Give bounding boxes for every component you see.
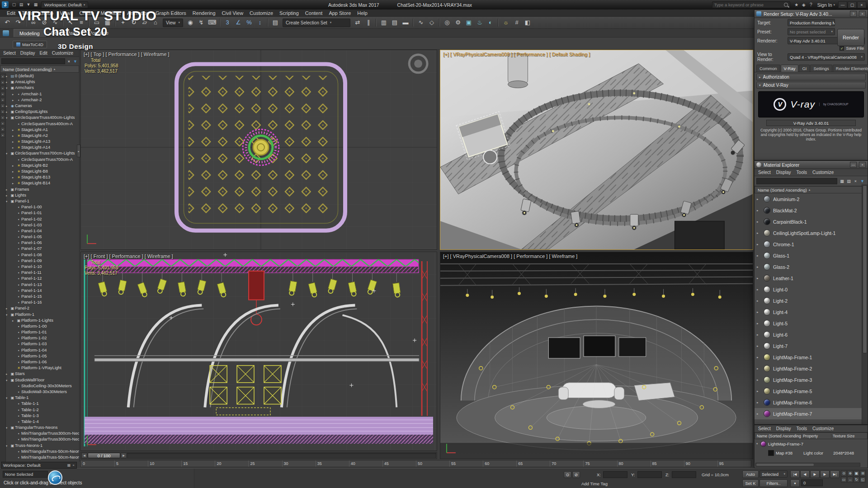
render-setup-tab[interactable]: Common	[756, 65, 780, 72]
set-key-button[interactable]: Set K	[742, 479, 759, 487]
filter-funnel-icon[interactable]: ▼	[73, 59, 78, 64]
time-slider[interactable]: ◀ 0 / 100 ▶	[80, 452, 437, 459]
scene-object-row[interactable]: Panel-1-01	[6, 210, 79, 216]
maxtoc4d-logo[interactable]	[48, 470, 62, 485]
zoom-region-icon[interactable]: ▭	[841, 477, 847, 483]
scene-object-row[interactable]: StudioWallFloor	[6, 377, 79, 383]
material-explorer-menu-item[interactable]: Tools	[794, 170, 810, 175]
scene-object-row[interactable]: Stars	[6, 371, 79, 377]
render-setup-tab[interactable]: Render Elements	[833, 65, 868, 72]
scene-object-row[interactable]: Platform-1-Lights	[6, 318, 79, 324]
scene-object-row[interactable]: StageLight-A1	[6, 127, 79, 133]
current-frame-field[interactable]: 0	[801, 479, 823, 486]
ribbon-tab[interactable]: Object Paint	[46, 29, 84, 37]
material-explorer-menu-item[interactable]: Customize	[810, 170, 836, 175]
key-mode-toggle-icon[interactable]: ●	[790, 479, 800, 487]
x-coordinate-field[interactable]	[603, 471, 627, 478]
material-list-scrollbar[interactable]	[862, 184, 868, 424]
expand-arrow-icon[interactable]	[757, 265, 761, 269]
edit-named-selection-sets-icon[interactable]: ▤	[270, 18, 281, 28]
reference-coordinate-system-dropdown[interactable]: View	[163, 19, 183, 27]
toggle-scene-explorer-icon[interactable]: ▥	[378, 18, 389, 28]
project-folder-icon[interactable]: ▦	[32, 1, 39, 8]
scene-object-row[interactable]: CircleSquareTruss700cm-A	[6, 157, 79, 163]
material-search-input[interactable]	[756, 178, 837, 184]
add-time-tag[interactable]: Add Time Tag	[581, 481, 608, 486]
scene-object-row[interactable]: StageLight-A14	[6, 145, 79, 150]
snaps-toggle-icon[interactable]: 3	[222, 18, 233, 28]
restore-button[interactable]: ▢	[848, 1, 857, 8]
menu-item[interactable]: Views	[57, 10, 76, 16]
scene-object-row[interactable]: StageLight-B13	[6, 174, 79, 180]
scene-object-row[interactable]: MiniTriangulaTruss-50cm-Neon	[6, 455, 79, 460]
expand-arrow-icon[interactable]	[6, 198, 10, 204]
scene-object-row[interactable]: StageLight-A2	[6, 133, 79, 139]
create-selection-set-dropdown[interactable]: Create Selection Set	[283, 19, 350, 27]
next-frame-button[interactable]: ▶	[121, 453, 127, 458]
align-icon[interactable]: ∥	[363, 18, 374, 28]
expand-arrow-icon[interactable]	[757, 344, 761, 348]
expand-arrow-icon[interactable]	[12, 163, 16, 169]
help-search-box[interactable]	[712, 1, 790, 8]
select-and-manipulate-icon[interactable]: ↯	[196, 18, 207, 28]
expand-arrow-icon[interactable]	[12, 133, 16, 139]
communication-center-icon[interactable]: ◈	[800, 2, 807, 7]
scene-object-row[interactable]: CeilingSpotLights	[6, 109, 79, 115]
scene-object-row[interactable]: Frames	[6, 187, 79, 192]
material-row[interactable]: Light-6	[755, 329, 868, 340]
material-explorer-menu-item[interactable]: Display	[774, 170, 794, 175]
preset-dropdown[interactable]: No preset selected	[788, 28, 835, 35]
zoom-all-icon[interactable]: ⊕	[847, 470, 853, 476]
filter-geometry-icon[interactable]: ▪	[0, 92, 5, 96]
filter-lights-icon[interactable]: ▪	[0, 103, 5, 108]
selection-lock-toggle-icon[interactable]: ⊘	[572, 471, 580, 478]
scene-object-row[interactable]: StageLight-A13	[6, 139, 79, 145]
curve-editor-icon[interactable]: ∿	[415, 18, 426, 28]
expand-arrow-icon[interactable]	[757, 333, 761, 337]
save-file-icon[interactable]: ▼	[25, 1, 32, 8]
expand-arrow-icon[interactable]	[12, 97, 16, 103]
search-icon[interactable]	[784, 3, 788, 7]
isolate-selection-toggle-icon[interactable]: ⊙	[564, 471, 571, 478]
scene-object-row[interactable]: Panel-1-13	[6, 282, 79, 288]
expand-arrow-icon[interactable]	[757, 310, 761, 314]
menu-item[interactable]: Edit	[4, 10, 19, 16]
keyboard-shortcut-override-icon[interactable]: ⌨	[207, 18, 217, 28]
scene-object-row[interactable]: Panel-1-12	[6, 276, 79, 282]
material-row[interactable]: CarpaintBlack-1	[755, 216, 868, 227]
se-find-icon[interactable]: ▪	[0, 74, 5, 79]
scene-object-row[interactable]: Panel-1-16	[6, 300, 79, 305]
expand-arrow-icon[interactable]	[6, 103, 10, 109]
scene-object-row[interactable]: Panel-1-09	[6, 258, 79, 264]
filter-groups-icon[interactable]: ▪	[0, 127, 5, 131]
list-view-icon[interactable]: ▤	[845, 179, 852, 183]
viewport-layout-tabs-handle[interactable]	[77, 145, 80, 157]
unlink-selection-icon[interactable]: ⊘	[39, 18, 50, 28]
filter-shapes-icon[interactable]: ▪	[0, 98, 5, 102]
expand-arrow-icon[interactable]	[6, 187, 10, 192]
render-setup-tab[interactable]: Settings	[810, 65, 832, 72]
scene-object-row[interactable]: StageLight-B2	[6, 163, 79, 169]
expand-arrow-icon[interactable]	[757, 322, 761, 325]
key-filters-button[interactable]: Filters..	[760, 479, 788, 487]
authorization-rollout[interactable]: Authorization	[756, 74, 866, 80]
auto-key-button[interactable]: Auto	[742, 470, 759, 478]
open-file-icon[interactable]: ▤	[18, 1, 25, 8]
scene-object-row[interactable]: Panel-1-05	[6, 234, 79, 240]
scene-object-row[interactable]: CircleSquareTruss400cm-Lights	[6, 115, 79, 121]
filter-spacewarps-icon[interactable]: ▪	[0, 121, 5, 126]
help-icon[interactable]: ?	[850, 11, 857, 17]
expand-arrow-icon[interactable]	[757, 231, 761, 235]
lighting-analysis-icon[interactable]: ☼	[500, 18, 511, 28]
select-object-icon[interactable]: ↖	[65, 18, 76, 28]
material-row[interactable]: Light-4	[755, 306, 868, 318]
civil-view-toolbar-icon[interactable]: #	[511, 18, 522, 28]
menu-item[interactable]: App Store	[326, 10, 354, 16]
property-panel-scrollbar[interactable]	[755, 463, 860, 467]
expand-arrow-icon[interactable]	[756, 442, 759, 446]
scene-object-row[interactable]: MiniTriangularTruss300cm-Neon	[6, 436, 79, 442]
toggle-layer-explorer-icon[interactable]: ▤	[389, 18, 400, 28]
menu-item[interactable]: Animation	[124, 10, 152, 16]
filter-cameras-icon[interactable]: ▪	[0, 109, 5, 114]
zoom-extents-all-icon[interactable]: ⊞	[860, 470, 866, 476]
